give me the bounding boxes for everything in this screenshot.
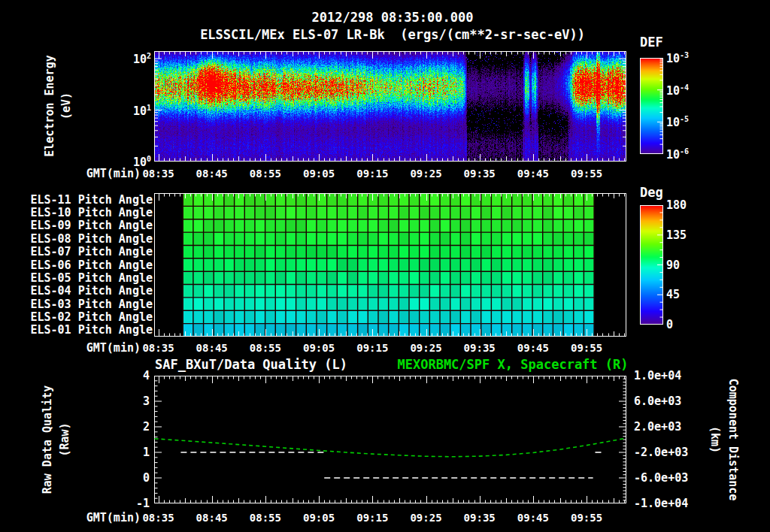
row-label-els-01: ELS-01 Pitch Angle	[17, 323, 153, 337]
time-tick-0925-row3: 09:25	[410, 512, 441, 524]
bottom-left-tick-4: 4	[120, 369, 150, 382]
def-colorbar-title: DEF	[640, 35, 663, 50]
row-label-els-09: ELS-09 Pitch Angle	[17, 219, 153, 232]
bottom-left-axis-units: (Raw)	[58, 422, 71, 456]
def-cbar-tick-10e-5: 10-5	[666, 115, 689, 129]
bottom-left-tick-3: 3	[120, 394, 150, 408]
def-colorbar	[640, 58, 663, 154]
time-tick-0855-row3: 08:55	[250, 512, 281, 524]
deg-colorbar	[640, 205, 663, 325]
deg-cbar-tick-90: 90	[666, 258, 680, 272]
gmt-axis-label-row3: GMT(min)	[80, 511, 141, 524]
time-tick-0835-row1: 08:35	[142, 168, 174, 180]
page-subtitle: ELSSCIL/MEx ELS-07 LR-Bk (ergs/(cm**2-sr…	[200, 27, 585, 42]
time-tick-0945-row3: 09:45	[517, 512, 549, 524]
time-tick-0915-row1: 09:15	[356, 168, 388, 180]
deg-cbar-tick-180: 180	[666, 198, 687, 212]
bottom-left-tick--1: -1	[120, 497, 150, 510]
quality-distance-plot-canvas	[154, 376, 626, 503]
spectrogram-y-axis-label: Electron Energy	[43, 55, 56, 156]
row-label-els-03: ELS-03 Pitch Angle	[17, 298, 153, 311]
bottom-left-tick-0: 0	[120, 471, 150, 485]
row-label-els-06: ELS-06 Pitch Angle	[17, 258, 153, 272]
row-label-els-08: ELS-08 Pitch Angle	[17, 232, 153, 246]
page-title: 2012/298 08:35:00.000	[312, 10, 474, 25]
time-tick-0935-row2: 09:35	[464, 342, 496, 354]
bottom-right-tick--2.0e+03: -2.0e+03	[634, 446, 688, 459]
bottom-title-right: MEXORBMC/SPF X, Spacecraft (R)	[397, 357, 628, 372]
deg-colorbar-title: Deg	[640, 185, 663, 200]
time-tick-0915-row3: 09:15	[356, 512, 388, 524]
time-tick-0835-row2: 08:35	[142, 342, 174, 354]
time-tick-0855-row1: 08:55	[250, 168, 281, 180]
time-tick-0905-row1: 09:05	[303, 168, 335, 180]
bottom-left-tick-2: 2	[120, 420, 150, 434]
bottom-right-tick-6.0e+03: 6.0e+03	[634, 394, 681, 408]
time-tick-0905-row3: 09:05	[303, 512, 335, 524]
bottom-left-axis-label: Raw Data Quality	[41, 385, 54, 494]
spectrogram-ytick-10e2: 102	[110, 52, 151, 66]
row-label-els-10: ELS-10 Pitch Angle	[17, 206, 153, 219]
spectrogram-y-axis-units: (eV)	[59, 92, 73, 119]
spectrogram-ytick-10e1: 101	[110, 103, 151, 117]
time-tick-0945-row2: 09:45	[517, 342, 549, 354]
bottom-right-tick-2.0e+03: 2.0e+03	[634, 420, 681, 434]
bottom-right-tick--6.0e+03: -6.0e+03	[634, 471, 688, 485]
bottom-right-axis-units: (km)	[708, 426, 722, 453]
time-tick-0925-row1: 09:25	[410, 168, 441, 180]
def-cbar-tick-10e-6: 10-6	[666, 147, 689, 162]
time-tick-0905-row2: 09:05	[303, 342, 335, 354]
deg-cbar-tick-135: 135	[666, 228, 687, 242]
time-tick-0845-row2: 08:45	[196, 342, 228, 354]
time-tick-0845-row1: 08:45	[196, 168, 228, 180]
time-tick-0835-row3: 08:35	[142, 512, 174, 524]
gmt-axis-label-row1: GMT(min)	[80, 167, 141, 180]
time-tick-0845-row3: 08:45	[196, 512, 228, 524]
bottom-right-axis-label: Component Distance	[726, 379, 740, 501]
row-label-els-04: ELS-04 Pitch Angle	[17, 284, 153, 298]
bottom-left-tick-1: 1	[120, 446, 150, 459]
time-tick-0925-row2: 09:25	[410, 342, 441, 354]
time-tick-0955-row1: 09:55	[571, 168, 602, 180]
row-label-els-02: ELS-02 Pitch Angle	[17, 310, 153, 324]
row-label-els-11: ELS-11 Pitch Angle	[17, 193, 153, 207]
time-tick-0935-row3: 09:35	[464, 512, 496, 524]
bottom-right-tick-1.0e+04: 1.0e+04	[634, 369, 681, 382]
time-tick-0855-row2: 08:55	[250, 342, 281, 354]
time-tick-0955-row2: 09:55	[571, 342, 602, 354]
time-tick-0955-row3: 09:55	[571, 512, 602, 524]
def-cbar-tick-10e-3: 10-3	[666, 51, 689, 65]
time-tick-0915-row2: 09:15	[356, 342, 388, 354]
row-label-els-05: ELS-05 Pitch Angle	[17, 271, 153, 285]
gmt-axis-label-row2: GMT(min)	[80, 341, 141, 355]
def-cbar-tick-10e-4: 10-4	[666, 83, 689, 97]
deg-cbar-tick-45: 45	[666, 288, 680, 301]
plot-page: 2012/298 08:35:00.000 ELSSCIL/MEx ELS-07…	[0, 0, 770, 532]
row-label-els-07: ELS-07 Pitch Angle	[17, 245, 153, 258]
deg-cbar-tick-0: 0	[666, 318, 673, 331]
time-tick-0945-row1: 09:45	[517, 168, 549, 180]
electron-energy-spectrogram-canvas	[154, 51, 626, 162]
pitch-angle-grid-canvas	[154, 193, 626, 337]
bottom-right-tick--1.0e+04: -1.0e+04	[634, 497, 688, 510]
time-tick-0935-row1: 09:35	[464, 168, 496, 180]
bottom-title-left: SAF_BXuT/Data Quality (L)	[155, 357, 347, 372]
